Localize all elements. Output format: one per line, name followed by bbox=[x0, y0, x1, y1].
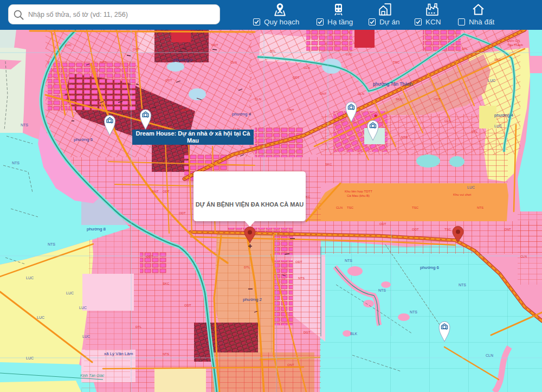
svg-text:ONT: ONT bbox=[152, 190, 159, 193]
svg-text:LUC: LUC bbox=[488, 79, 495, 82]
svg-text:LUC: LUC bbox=[494, 124, 502, 128]
svg-text:ONT: ONT bbox=[287, 363, 294, 367]
svg-text:xã Lý Văn Lâm: xã Lý Văn Lâm bbox=[104, 351, 133, 356]
svg-text:ODT: ODT bbox=[434, 98, 441, 101]
svg-text:phường 8: phường 8 bbox=[87, 227, 106, 232]
svg-text:phường 4: phường 4 bbox=[494, 113, 514, 118]
svg-text:phường Tân Thành: phường Tân Thành bbox=[373, 81, 413, 87]
svg-text:CLN: CLN bbox=[230, 61, 237, 64]
svg-text:LUC: LUC bbox=[79, 306, 87, 310]
svg-text:NTS: NTS bbox=[477, 206, 483, 209]
svg-text:ONT: ONT bbox=[287, 108, 294, 112]
svg-text:LUC: LUC bbox=[65, 43, 72, 47]
svg-text:Kinh Tần Giác: Kinh Tần Giác bbox=[80, 373, 105, 377]
svg-text:ONT: ONT bbox=[320, 92, 327, 95]
svg-text:SKC: SKC bbox=[494, 58, 501, 61]
svg-text:NTS: NTS bbox=[21, 123, 28, 127]
svg-text:NTS: NTS bbox=[459, 283, 466, 287]
svg-text:phường 9: phường 9 bbox=[173, 57, 193, 62]
svg-text:phường 2: phường 2 bbox=[243, 297, 262, 302]
svg-text:CLN: CLN bbox=[486, 354, 493, 357]
svg-text:ODT: ODT bbox=[163, 190, 170, 193]
svg-text:ODT: ODT bbox=[184, 304, 191, 307]
svg-text:CLN: CLN bbox=[358, 92, 364, 95]
svg-text:phường 5: phường 5 bbox=[74, 137, 93, 142]
svg-text:Tân Thành: Tân Thành bbox=[507, 43, 523, 47]
svg-text:SKC: SKC bbox=[396, 98, 403, 101]
svg-text:DTL: DTL bbox=[270, 50, 276, 53]
svg-text:ODT: ODT bbox=[412, 228, 419, 231]
svg-text:NTS: NTS bbox=[298, 277, 305, 280]
svg-text:TSC: TSC bbox=[393, 61, 400, 64]
svg-text:NTS: NTS bbox=[401, 136, 408, 139]
svg-text:LUC: LUC bbox=[66, 291, 74, 295]
svg-text:Khu liên hợp TDTT: Khu liên hợp TDTT bbox=[345, 190, 372, 193]
svg-text:NTS: NTS bbox=[12, 161, 20, 165]
svg-text:ODT: ODT bbox=[413, 80, 420, 83]
svg-text:Cà Mau (khu B): Cà Mau (khu B) bbox=[347, 194, 370, 197]
svg-text:NTS: NTS bbox=[345, 259, 352, 262]
svg-text:DTL: DTL bbox=[462, 47, 468, 50]
svg-text:ODT: ODT bbox=[179, 211, 186, 215]
svg-text:LUC: LUC bbox=[82, 335, 90, 338]
svg-text:CLN: CLN bbox=[444, 119, 451, 123]
svg-text:DTL: DTL bbox=[244, 266, 250, 269]
svg-text:CLN: CLN bbox=[336, 206, 343, 209]
svg-text:LUC: LUC bbox=[346, 53, 353, 56]
svg-text:LUC: LUC bbox=[37, 316, 44, 319]
svg-text:LUC: LUC bbox=[26, 276, 34, 280]
svg-text:LUC: LUC bbox=[467, 185, 475, 189]
svg-text:DGT: DGT bbox=[304, 331, 311, 334]
svg-text:TSC: TSC bbox=[412, 206, 419, 209]
svg-text:TSC: TSC bbox=[444, 228, 451, 231]
svg-text:ODT: ODT bbox=[165, 79, 172, 82]
svg-text:CLN: CLN bbox=[255, 98, 261, 101]
svg-text:TSC: TSC bbox=[347, 206, 354, 209]
svg-text:DTL: DTL bbox=[472, 130, 478, 133]
svg-text:ODT: ODT bbox=[379, 222, 386, 226]
svg-text:ONT: ONT bbox=[504, 228, 511, 231]
svg-text:BLK: BLK bbox=[350, 332, 358, 336]
svg-text:ODT: ODT bbox=[146, 255, 153, 258]
svg-text:NTS: NTS bbox=[378, 288, 386, 292]
svg-text:ODT: ODT bbox=[182, 108, 189, 112]
svg-text:NTS: NTS bbox=[48, 242, 55, 246]
svg-text:ONT: ONT bbox=[133, 48, 140, 51]
svg-text:phường 6: phường 6 bbox=[420, 265, 440, 270]
svg-text:ODT: ODT bbox=[295, 260, 302, 264]
svg-text:ODT: ODT bbox=[211, 43, 218, 47]
svg-text:phường 4: phường 4 bbox=[232, 112, 251, 117]
svg-text:SKC: SKC bbox=[163, 282, 170, 285]
svg-text:CLN: CLN bbox=[304, 66, 310, 69]
svg-text:DTL: DTL bbox=[136, 325, 142, 329]
svg-text:SKC: SKC bbox=[325, 163, 332, 166]
svg-text:NTS: NTS bbox=[163, 352, 169, 356]
svg-text:NTS: NTS bbox=[100, 61, 107, 64]
svg-text:LUC: LUC bbox=[26, 356, 34, 360]
svg-text:Khu vui chơi: Khu vui chơi bbox=[453, 193, 471, 196]
svg-text:NTS: NTS bbox=[410, 310, 417, 314]
svg-text:ODT: ODT bbox=[293, 76, 300, 79]
svg-text:Cụm CN: Cụm CN bbox=[507, 39, 520, 42]
svg-text:CLN: CLN bbox=[520, 255, 527, 258]
